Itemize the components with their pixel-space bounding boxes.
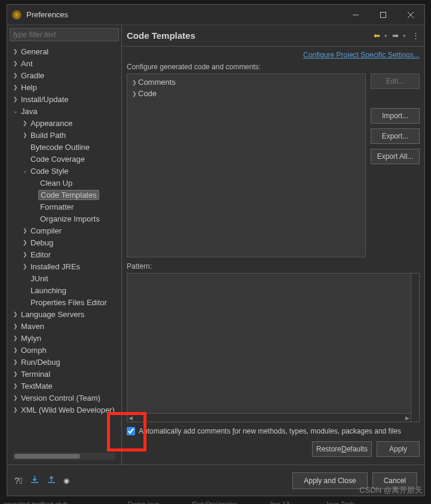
back-arrow-icon[interactable]: ⬅ — [371, 30, 382, 41]
auto-add-comments-checkbox[interactable] — [127, 427, 135, 435]
chevron-right-icon: ❯ — [12, 323, 19, 329]
export-all-button[interactable]: Export All... — [371, 149, 420, 164]
tree-item-maven[interactable]: ❯Maven — [7, 320, 121, 332]
preferences-window: Preferences ❯General ❯Ant ❯Gradle ❯Help … — [7, 4, 425, 496]
pattern-scrollbar-vertical[interactable] — [411, 273, 419, 422]
close-button[interactable] — [397, 5, 424, 25]
forward-arrow-icon[interactable]: ➡ — [390, 30, 401, 41]
side-buttons: Edit... Import... Export... Export All..… — [371, 73, 420, 257]
preferences-tree[interactable]: ❯General ❯Ant ❯Gradle ❯Help ❯Install/Upd… — [7, 44, 121, 450]
scroll-right-icon[interactable]: ▶ — [405, 415, 409, 421]
dropdown-icon[interactable]: ▾ — [403, 33, 406, 39]
chevron-right-icon: ❯ — [12, 383, 19, 389]
tree-item-code-style[interactable]: ⌄Code Style — [7, 165, 121, 177]
bg-fragment: Java Task — [325, 500, 354, 504]
tree-item-clean-up[interactable]: Clean Up — [7, 177, 121, 189]
pattern-label: Pattern: — [127, 262, 420, 271]
apply-and-close-button[interactable]: Apply and Close — [292, 472, 367, 489]
body: ❯General ❯Ant ❯Gradle ❯Help ❯Install/Upd… — [7, 25, 424, 465]
chevron-right-icon: ❯ — [22, 120, 29, 126]
window-controls — [342, 5, 424, 25]
tree-item-installed-jres[interactable]: ❯Installed JREs — [7, 260, 121, 272]
bg-fragment: Demo.java — [128, 500, 160, 504]
chevron-right-icon: ❯ — [22, 132, 29, 138]
templates-tree[interactable]: ❯Comments ❯Code — [127, 73, 366, 257]
minimize-button[interactable] — [342, 5, 369, 25]
tree-item-editor[interactable]: ❯Editor — [7, 248, 121, 260]
tree-item-help[interactable]: ❯Help — [7, 81, 121, 93]
tree-item-mylyn[interactable]: ❯Mylyn — [7, 332, 121, 344]
chevron-right-icon: ❯ — [12, 371, 19, 377]
import-prefs-icon[interactable] — [30, 475, 39, 486]
tree-item-properties-files-editor[interactable]: Properties Files Editor — [7, 296, 121, 308]
bg-fragment: enerated method stub — [4, 500, 68, 504]
chevron-right-icon: ❯ — [12, 407, 19, 413]
pattern-scrollbar-horizontal[interactable]: ◀ ▶ — [127, 413, 411, 422]
chevron-right-icon: ❯ — [12, 72, 19, 78]
tree-item-textmate[interactable]: ❯TextMate — [7, 380, 121, 392]
apply-button[interactable]: Apply — [377, 441, 420, 457]
tree-item-install-update[interactable]: ❯Install/Update — [7, 93, 121, 105]
tree-item-run-debug[interactable]: ❯Run/Debug — [7, 356, 121, 368]
help-icon[interactable]: ?⃝ — [14, 475, 23, 485]
dropdown-icon[interactable]: ▾ — [384, 33, 387, 39]
tree-item-appearance[interactable]: ❯Appearance — [7, 117, 121, 129]
footer-icons: ?⃝ ◉ — [14, 475, 69, 486]
tree-item-oomph[interactable]: ❯Oomph — [7, 344, 121, 356]
export-prefs-icon[interactable] — [47, 475, 56, 486]
titlebar: Preferences — [7, 5, 424, 25]
chevron-right-icon: ❯ — [12, 359, 19, 365]
bg-fragment: line 13 — [270, 500, 289, 504]
menu-dots-icon[interactable]: ⋮ — [412, 31, 420, 40]
auto-add-comments-row: Automatically add comments for new metho… — [127, 427, 420, 435]
tree-item-launching[interactable]: Launching — [7, 284, 121, 296]
export-button[interactable]: Export... — [371, 128, 420, 144]
lower-buttons: Restore Defaults Apply — [127, 441, 420, 457]
eclipse-icon — [12, 10, 22, 20]
svg-rect-1 — [381, 12, 386, 17]
tree-item-code-templates[interactable]: Code Templates — [7, 189, 121, 201]
watermark: CSDN @离开那天 — [359, 485, 423, 496]
tree-item-organize-imports[interactable]: Organize Imports — [7, 213, 121, 225]
config-project-link[interactable]: Configure Project Specific Settings... — [303, 51, 420, 59]
sidebar-scrollbar-horizontal[interactable] — [13, 453, 115, 460]
tree-item-debug[interactable]: ❯Debug — [7, 236, 121, 248]
pattern-textarea[interactable]: ◀ ▶ — [127, 273, 420, 422]
tree-item-code-coverage[interactable]: Code Coverage — [7, 153, 121, 165]
main-content: Configure Project Specific Settings... C… — [122, 47, 424, 465]
tree-item-terminal[interactable]: ❯Terminal — [7, 368, 121, 380]
tree-item-xml[interactable]: ❯XML (Wild Web Developer) — [7, 404, 121, 416]
tree-item-bytecode-outline[interactable]: Bytecode Outline — [7, 141, 121, 153]
main-header: Code Templates ⬅ ▾ ➡ ▾ ⋮ — [122, 25, 424, 47]
filter-box[interactable] — [10, 28, 119, 41]
tree-item-version-control[interactable]: ❯Version Control (Team) — [7, 392, 121, 404]
tree-item-formatter[interactable]: Formatter — [7, 201, 121, 213]
oomph-icon[interactable]: ◉ — [63, 477, 69, 485]
tree-item-compiler[interactable]: ❯Compiler — [7, 225, 121, 236]
filter-input[interactable] — [13, 30, 115, 39]
chevron-down-icon: ⌄ — [12, 108, 19, 114]
tree-item-general[interactable]: ❯General — [7, 45, 121, 57]
chevron-right-icon: ❯ — [12, 311, 19, 317]
restore-defaults-button[interactable]: Restore Defaults — [312, 441, 372, 457]
scroll-left-icon[interactable]: ◀ — [129, 415, 133, 421]
maximize-button[interactable] — [369, 5, 397, 25]
tree-item-ant[interactable]: ❯Ant — [7, 57, 121, 69]
chevron-right-icon: ❯ — [12, 84, 19, 90]
edit-button[interactable]: Edit... — [371, 73, 420, 89]
tree-item-junit[interactable]: JUnit — [7, 272, 121, 284]
config-project-link-row: Configure Project Specific Settings... — [127, 50, 420, 59]
tree-item-gradle[interactable]: ❯Gradle — [7, 69, 121, 81]
main-panel: Code Templates ⬅ ▾ ➡ ▾ ⋮ Configure Proje… — [122, 25, 424, 465]
chevron-right-icon: ❯ — [22, 239, 29, 245]
chevron-right-icon: ❯ — [12, 48, 19, 54]
tree-item-language-servers[interactable]: ❯Language Servers — [7, 308, 121, 320]
page-title: Code Templates — [127, 30, 371, 41]
templates-tree-item-code[interactable]: ❯Code — [131, 88, 362, 99]
tree-item-java[interactable]: ⌄Java — [7, 105, 121, 117]
import-button[interactable]: Import... — [371, 108, 420, 124]
templates-tree-item-comments[interactable]: ❯Comments — [131, 76, 362, 88]
chevron-right-icon: ❯ — [12, 96, 19, 102]
tree-item-build-path[interactable]: ❯Build Path — [7, 129, 121, 141]
window-title: Preferences — [26, 10, 342, 19]
